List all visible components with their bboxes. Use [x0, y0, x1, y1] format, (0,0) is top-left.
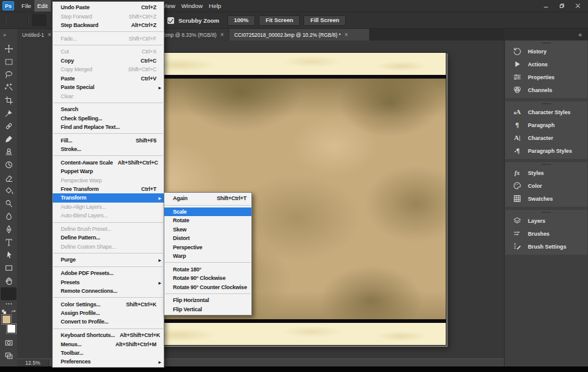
crop-tool[interactable] — [1, 94, 17, 107]
menubar-item-help[interactable]: Help — [206, 0, 224, 12]
background-color-swatch[interactable] — [7, 324, 16, 333]
panel-tab-styles[interactable]: fxStyles — [505, 166, 587, 179]
eraser-tool[interactable] — [1, 171, 17, 184]
panel-group-drag-handle[interactable] — [505, 162, 587, 166]
restore-window-icon[interactable] — [555, 2, 568, 10]
scrubby-zoom-checkbox[interactable] — [167, 17, 174, 24]
edit-menu-item-paste-special[interactable]: Paste Special▶ — [53, 83, 164, 91]
edit-menu-item-toolbar[interactable]: Toolbar... — [53, 349, 164, 357]
move-tool[interactable] — [1, 42, 17, 55]
rectangular-marquee-tool[interactable] — [1, 55, 17, 68]
menubar-item-edit[interactable]: Edit — [34, 0, 51, 12]
clone-stamp-tool[interactable] — [1, 145, 17, 158]
panel-tab-channels[interactable]: Channels — [505, 83, 587, 96]
edit-menu-item-transform[interactable]: Transform▶ — [53, 193, 164, 202]
default-colors-icon[interactable] — [1, 309, 7, 314]
zoom-tool[interactable] — [1, 287, 17, 300]
quick-selection-tool[interactable] — [1, 81, 17, 94]
spot-healing-brush-tool[interactable] — [1, 120, 17, 133]
panel-tab-paragraph[interactable]: ¶Paragraph — [505, 118, 587, 131]
panel-tab-layers[interactable]: Layers — [505, 214, 587, 227]
edit-menu-item-step-backward[interactable]: Step BackwardAlt+Ctrl+Z — [53, 21, 164, 29]
edit-menu-item-menus[interactable]: Menus...Alt+Shift+Ctrl+M — [53, 339, 164, 348]
menubar-item-window[interactable]: Window — [178, 0, 206, 12]
panel-tab-character-styles[interactable]: aACharacter Styles — [505, 106, 587, 118]
edit-menu-item-remote-connections[interactable]: Remote Connections... — [53, 287, 164, 295]
edit-menu-item-convert-to-profile[interactable]: Convert to Profile... — [53, 317, 164, 326]
edit-menu-item-assign-profile[interactable]: Assign Profile... — [53, 309, 164, 317]
path-selection-tool[interactable] — [1, 249, 17, 262]
zoom-in-toggle-button[interactable] — [32, 14, 47, 26]
minimize-window-icon[interactable] — [539, 2, 552, 10]
panel-tab-brushes[interactable]: Brushes — [505, 227, 587, 240]
edit-menu-item-fill[interactable]: Fill...Shift+F5 — [53, 136, 164, 144]
edit-menu-item-paste[interactable]: PasteCtrl+V — [53, 74, 164, 82]
lasso-tool[interactable] — [1, 68, 17, 81]
edit-menu-item-find-and-replace-text[interactable]: Find and Replace Text... — [53, 123, 164, 131]
edit-menu-item-define-pattern[interactable]: Define Pattern... — [53, 233, 164, 242]
panel-tab-properties[interactable]: Properties — [505, 71, 587, 83]
100-button[interactable]: 100% — [227, 15, 256, 26]
edit-menu-item-color-settings[interactable]: Color Settings...Shift+Ctrl+K — [53, 300, 164, 308]
edit-menu-item-search[interactable]: Search — [53, 105, 164, 114]
edit-menu-item-presets[interactable]: Presets▶ — [53, 277, 164, 286]
edit-menu-item-free-transform[interactable]: Free TransformCtrl+T — [53, 185, 164, 193]
foreground-color-swatch[interactable] — [2, 315, 11, 324]
brush-tool[interactable] — [1, 133, 17, 145]
tool-preset-picker[interactable] — [9, 16, 24, 25]
panel-tab-history[interactable]: History — [505, 45, 587, 58]
workspace-switcher[interactable] — [551, 16, 566, 25]
transform-submenu-item-rotate-180[interactable]: Rotate 180° — [164, 265, 251, 273]
search-icon[interactable] — [534, 16, 543, 25]
hand-tool[interactable] — [1, 274, 17, 287]
zoom-level-field[interactable]: 12.5% — [17, 359, 49, 366]
transform-submenu-item-again[interactable]: AgainShift+Ctrl+T — [164, 194, 251, 203]
menubar-item-file[interactable]: File — [18, 0, 34, 12]
panel-group-drag-handle[interactable] — [505, 210, 587, 214]
panel-tab-character[interactable]: A|Character — [505, 131, 587, 144]
type-tool[interactable] — [1, 236, 17, 249]
close-tab-icon[interactable]: × — [345, 31, 348, 38]
transform-submenu-item-rotate[interactable]: Rotate — [164, 216, 251, 225]
transform-submenu-item-scale[interactable]: Scale — [164, 207, 251, 216]
toolbar-collapse-button[interactable]: » — [0, 29, 17, 41]
transform-submenu-item-flip-horizontal[interactable]: Flip Horizontal — [164, 296, 251, 304]
panel-group-drag-handle[interactable] — [505, 101, 587, 106]
close-tab-icon[interactable]: × — [48, 31, 52, 38]
dodge-tool[interactable] — [1, 197, 17, 210]
panel-group-drag-handle[interactable] — [505, 41, 587, 45]
panel-tab-paragraph-styles[interactable]: ▪¶Paragraph Styles — [505, 144, 587, 157]
edit-menu-item-adobe-pdf-presets[interactable]: Adobe PDF Presets... — [53, 269, 164, 277]
share-icon[interactable] — [574, 16, 583, 25]
transform-submenu-item-warp[interactable]: Warp — [164, 252, 251, 260]
eyedropper-tool[interactable] — [1, 107, 17, 120]
transform-submenu-item-rotate-90-clockwise[interactable]: Rotate 90° Clockwise — [164, 274, 251, 282]
panel-tab-brush-settings[interactable]: Brush Settings — [505, 240, 587, 253]
edit-toolbar-ellipsis-icon[interactable] — [1, 300, 17, 308]
edit-menu-item-copy[interactable]: CopyCtrl+C — [53, 56, 164, 65]
panel-tab-color[interactable]: Color — [505, 179, 587, 192]
transform-submenu-item-rotate-90-counter-clockwise[interactable]: Rotate 90° Counter Clockwise — [164, 282, 251, 291]
panel-tab-swatches[interactable]: Swatches — [505, 192, 587, 205]
transform-submenu-item-flip-vertical[interactable]: Flip Vertical — [164, 304, 251, 313]
edit-menu-item-keyboard-shortcuts[interactable]: Keyboard Shortcuts...Alt+Shift+Ctrl+K — [53, 331, 164, 339]
document-tab-2[interactable]: CCI07252018_00002.bmp @ 10.2% (RGB/8) *× — [229, 29, 369, 41]
rectangle-tool[interactable] — [1, 262, 17, 274]
edit-menu-item-preferences[interactable]: Preferences▶ — [53, 357, 164, 366]
fill-screen-button[interactable]: Fill Screen — [304, 15, 346, 26]
gradient-tool[interactable] — [1, 184, 17, 197]
blur-tool[interactable] — [1, 210, 17, 223]
fit-screen-button[interactable]: Fit Screen — [259, 15, 300, 26]
edit-menu-item-check-spelling[interactable]: Check Spelling... — [53, 114, 164, 122]
edit-menu-item-purge[interactable]: Purge▶ — [53, 255, 164, 264]
edit-menu-item-content-aware-scale[interactable]: Content-Aware ScaleAlt+Shift+Ctrl+C — [53, 158, 164, 167]
transform-submenu-item-distort[interactable]: Distort — [164, 234, 251, 242]
pen-tool[interactable] — [1, 223, 17, 236]
transform-submenu-item-skew[interactable]: Skew — [164, 225, 251, 234]
history-brush-tool[interactable] — [1, 158, 17, 171]
panel-dock-collapse-button[interactable]: « — [504, 29, 588, 41]
screen-mode-button[interactable] — [1, 349, 17, 362]
edit-menu-item-stroke[interactable]: Stroke... — [53, 145, 164, 153]
edit-menu-item-undo-paste[interactable]: Undo PasteCtrl+Z — [53, 3, 164, 12]
close-window-icon[interactable] — [571, 2, 584, 10]
